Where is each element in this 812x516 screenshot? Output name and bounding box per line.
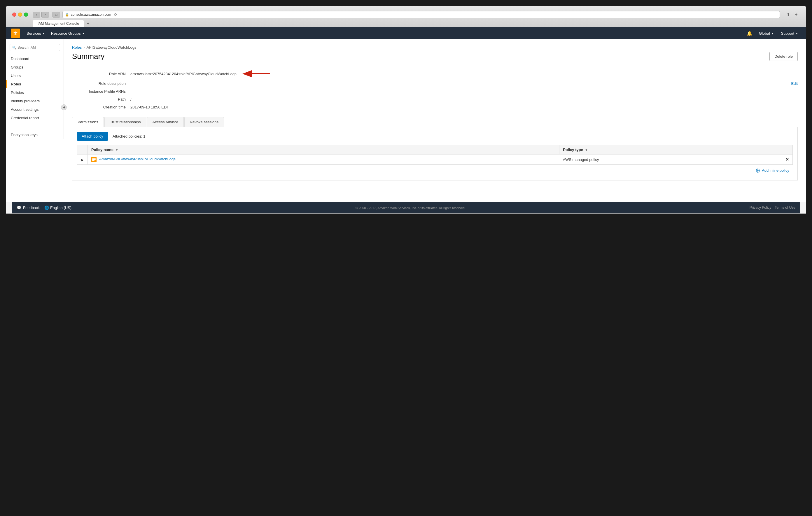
tab-revoke-sessions[interactable]: Revoke sessions: [184, 117, 224, 127]
sidebar-item-users[interactable]: Users: [6, 71, 64, 80]
aws-logo: [11, 29, 20, 38]
privacy-policy-link[interactable]: Privacy Policy: [750, 206, 772, 210]
role-arn-value: arn:aws:iam::207542341204:role/APIGatewa…: [130, 70, 798, 78]
policy-table: Policy name ▼ Policy type ▼: [77, 145, 793, 165]
reload-button[interactable]: ⟳: [114, 12, 118, 17]
role-description-value: Edit: [130, 81, 798, 86]
services-dropdown-arrow: ▼: [42, 32, 45, 35]
sidebar-item-encryption-keys[interactable]: Encryption keys: [6, 131, 64, 139]
edit-description-link[interactable]: Edit: [791, 81, 798, 86]
terms-of-use-link[interactable]: Terms of Use: [775, 206, 795, 210]
sidebar-divider: [6, 128, 64, 128]
content-area: Roles › APIGatewayCloudWatchLogs Summary…: [64, 39, 806, 202]
tab-trust-relationships[interactable]: Trust relationships: [105, 117, 146, 127]
sidebar-item-roles[interactable]: Roles: [6, 80, 64, 88]
minimize-button[interactable]: [18, 12, 22, 17]
summary-row-path: Path /: [72, 95, 798, 103]
remove-policy-cell: ✕: [782, 154, 793, 165]
policy-name-sort-icon: ▼: [116, 148, 118, 152]
remove-policy-button[interactable]: ✕: [785, 157, 789, 162]
share-button[interactable]: ⬆: [785, 12, 791, 18]
notification-bell-icon[interactable]: 🔔: [744, 31, 755, 36]
summary-row-instance-profile: Instance Profile ARNs: [72, 87, 798, 95]
table-row: ▶: [77, 154, 793, 165]
breadcrumb-separator: ›: [83, 45, 85, 50]
footer: 💬 Feedback 🌐 English (US) © 2008 - 2017,…: [12, 202, 800, 213]
delete-role-button[interactable]: Delete role: [770, 52, 798, 61]
sidebar: 🔍 Dashboard Groups Users Roles Policies …: [6, 39, 64, 139]
address-bar[interactable]: 🔒 console.aws.amazon.com ⟳: [62, 11, 780, 18]
support-menu[interactable]: Support ▼: [778, 27, 801, 39]
attach-policy-button[interactable]: Attach policy: [77, 132, 108, 141]
path-label: Path: [72, 97, 130, 101]
expand-row-button[interactable]: ▶: [81, 158, 84, 161]
page-title: Summary: [72, 52, 105, 61]
summary-row-creation-time: Creation time 2017-09-13 18:56 EDT: [72, 103, 798, 111]
sidebar-item-credential-report[interactable]: Credential report: [6, 114, 64, 122]
global-dropdown-arrow: ▼: [771, 32, 774, 35]
add-inline-policy-link[interactable]: ⨁ Add inline policy: [756, 168, 789, 173]
breadcrumb-current: APIGatewayCloudWatchLogs: [87, 45, 137, 50]
column-header-policy-type[interactable]: Policy type ▼: [559, 145, 782, 154]
add-tab-button[interactable]: +: [85, 20, 92, 27]
summary-row-arn: Role ARN arn:aws:iam::207542341204:role/…: [72, 68, 798, 80]
role-description-label: Role description: [72, 81, 130, 86]
copyright-text: © 2008 - 2017, Amazon Web Services, Inc.…: [355, 206, 465, 210]
creation-time-value: 2017-09-13 18:56 EDT: [130, 105, 798, 109]
forward-button[interactable]: ›: [41, 12, 49, 18]
policy-name-cell: AmazonAPIGatewayPushToCloudWatchLogs: [88, 154, 559, 165]
svg-rect-4: [92, 158, 96, 159]
summary-table: Role ARN arn:aws:iam::207542341204:role/…: [72, 68, 798, 111]
policy-name-link[interactable]: AmazonAPIGatewayPushToCloudWatchLogs: [99, 157, 176, 161]
instance-profile-label: Instance Profile ARNs: [72, 89, 130, 94]
support-dropdown-arrow: ▼: [795, 32, 798, 35]
url-text: console.aws.amazon.com: [71, 12, 111, 17]
sidebar-item-dashboard[interactable]: Dashboard: [6, 55, 64, 63]
traffic-lights: [12, 12, 28, 17]
services-menu[interactable]: Services ▼: [24, 27, 48, 39]
add-inline-row: ⨁ Add inline policy: [77, 165, 793, 176]
column-header-expand: [77, 145, 88, 154]
column-header-remove: [782, 145, 793, 154]
search-iam-container[interactable]: 🔍: [10, 44, 60, 51]
lock-icon: 🔒: [65, 13, 69, 17]
sidebar-item-groups[interactable]: Groups: [6, 63, 64, 71]
policy-icon: [91, 157, 96, 162]
tab-overview-button[interactable]: □: [53, 12, 60, 18]
policy-type-sort-icon: ▼: [585, 148, 588, 152]
feedback-icon: 💬: [17, 206, 21, 210]
new-tab-button[interactable]: +: [793, 12, 800, 18]
breadcrumb: Roles › APIGatewayCloudWatchLogs: [72, 45, 798, 50]
tab-permissions[interactable]: Permissions: [72, 117, 104, 127]
back-button[interactable]: ‹: [33, 12, 40, 18]
path-value: /: [130, 97, 798, 101]
plus-circle-icon: ⨁: [756, 168, 760, 173]
aws-topnav: Services ▼ Resource Groups ▼ 🔔 Global ▼ …: [6, 27, 806, 39]
browser-tab[interactable]: IAM Management Console: [33, 20, 84, 27]
feedback-button[interactable]: 💬 Feedback: [17, 206, 40, 210]
summary-row-description: Role description Edit: [72, 80, 798, 87]
global-menu[interactable]: Global ▼: [756, 27, 777, 39]
tab-access-advisor[interactable]: Access Advisor: [147, 117, 184, 127]
tabs-row: Permissions Trust relationships Access A…: [72, 117, 798, 127]
search-icon: 🔍: [12, 46, 16, 50]
permissions-tab-content: Attach policy Attached policies: 1 Polic…: [72, 127, 798, 180]
sidebar-item-identity-providers[interactable]: Identity providers: [6, 97, 64, 105]
sidebar-item-account-settings[interactable]: Account settings: [6, 105, 64, 114]
tabs-container: Permissions Trust relationships Access A…: [72, 117, 798, 180]
svg-rect-6: [92, 160, 94, 161]
role-arn-label: Role ARN: [72, 72, 130, 76]
column-header-policy-name[interactable]: Policy name ▼: [88, 145, 559, 154]
close-button[interactable]: [12, 12, 16, 17]
language-selector[interactable]: 🌐 English (US): [44, 206, 71, 210]
breadcrumb-roles-link[interactable]: Roles: [72, 45, 82, 50]
policy-type-cell: AWS managed policy: [559, 154, 782, 165]
resource-groups-menu[interactable]: Resource Groups ▼: [48, 27, 88, 39]
fullscreen-button[interactable]: [24, 12, 28, 17]
search-iam-input[interactable]: [18, 45, 57, 50]
sidebar-collapse-button[interactable]: ◀: [61, 104, 67, 110]
attached-policies-count: Attached policies: 1: [113, 134, 146, 139]
sidebar-item-policies[interactable]: Policies: [6, 88, 64, 97]
creation-time-label: Creation time: [72, 105, 130, 109]
attach-policy-row: Attach policy Attached policies: 1: [77, 132, 793, 141]
